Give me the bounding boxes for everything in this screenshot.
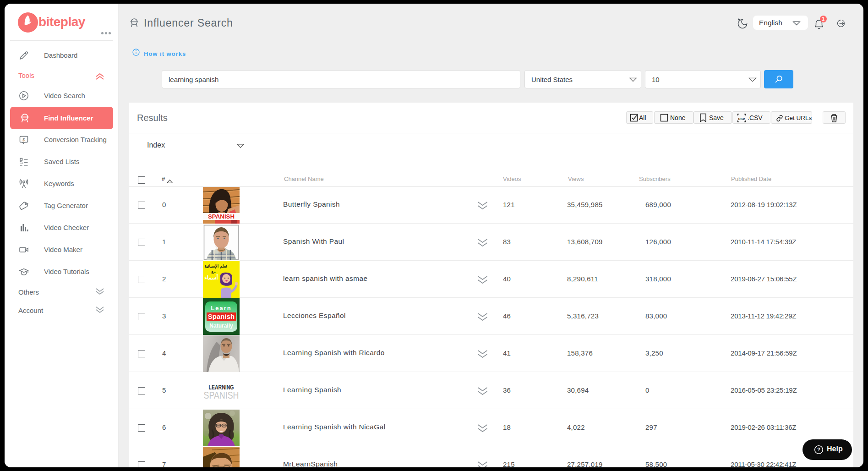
svg-text:تعلم الإسبانية: تعلم الإسبانية [205, 264, 227, 269]
svg-text:?: ? [817, 447, 820, 452]
svg-text:SPANISH: SPANISH [208, 213, 235, 220]
svg-text:مع: مع [211, 269, 216, 274]
svg-text:SPANISH: SPANISH [204, 390, 239, 400]
svg-text:Spanish: Spanish [208, 312, 235, 320]
svg-text:csv: csv [738, 116, 745, 121]
svg-text:أسماء: أسماء [204, 274, 218, 281]
svg-text:Naturally: Naturally [209, 323, 233, 329]
svg-text:$: $ [22, 137, 25, 142]
svg-text:Learn: Learn [211, 305, 231, 312]
